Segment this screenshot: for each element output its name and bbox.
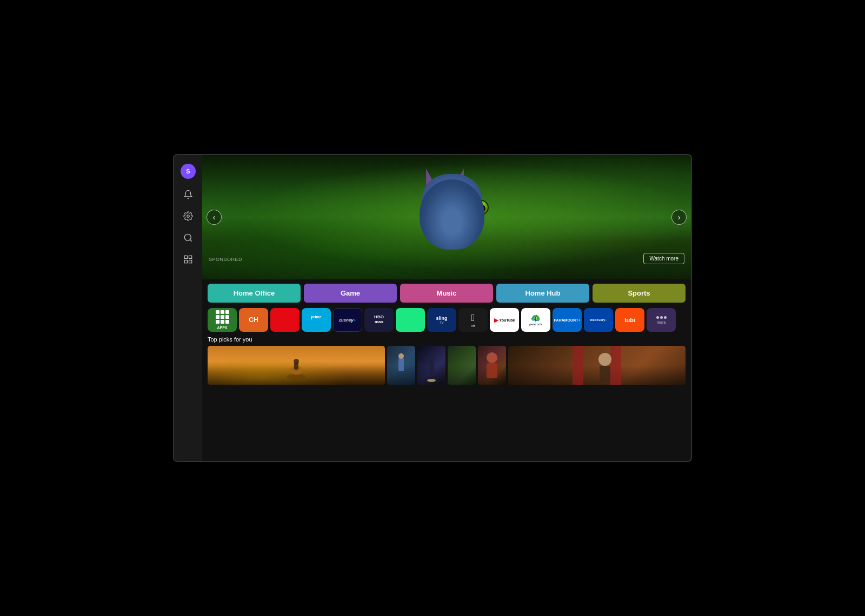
svg-rect-11 [398, 358, 404, 371]
app-netflix[interactable]: N [270, 308, 300, 332]
svg-rect-6 [189, 260, 192, 263]
app-disney-plus[interactable]: Disney+ [333, 308, 362, 332]
picks-row [208, 346, 686, 385]
app-paramount-plus[interactable]: PARAMOUNT+ [553, 308, 582, 332]
app-more[interactable]: more [647, 308, 676, 332]
grid-icon [216, 310, 229, 324]
svg-rect-21 [600, 366, 610, 382]
apps-row: APPS CH N primevideo Disney+ HBOmax [202, 306, 691, 334]
svg-point-15 [427, 379, 436, 382]
app-youtube[interactable]: ▶ YouTube [490, 308, 519, 332]
app-ch[interactable]: CH [239, 308, 268, 332]
pick-item-6[interactable] [508, 346, 686, 385]
svg-point-20 [598, 353, 611, 366]
hero-prev-button[interactable]: ‹ [207, 210, 222, 225]
category-row: Home Office Game Music Home Hub Sports [202, 279, 691, 306]
top-picks-section: Top picks for you [202, 334, 691, 461]
svg-rect-18 [573, 346, 583, 385]
notifications-icon[interactable] [182, 189, 194, 200]
svg-point-0 [187, 215, 190, 218]
dark-figure-svg [423, 352, 440, 382]
category-music[interactable]: Music [400, 284, 493, 303]
sponsored-label: SPONSORED [209, 257, 242, 262]
pick-item-1[interactable] [208, 346, 385, 385]
app-tubi[interactable]: tubi [615, 308, 644, 332]
app-sling[interactable]: sling TV [427, 308, 456, 332]
watch-more-button[interactable]: Watch more [643, 253, 684, 264]
svg-rect-3 [184, 256, 187, 258]
svg-point-16 [487, 352, 497, 363]
app-hulu[interactable]: hulu [396, 308, 425, 332]
app-hbo-max[interactable]: HBOmax [364, 308, 394, 332]
app-label: APPS [217, 326, 227, 330]
app-apple-tv[interactable]:  TV [458, 308, 488, 332]
svg-rect-5 [184, 260, 187, 263]
app-prime-video[interactable]: primevideo [302, 308, 331, 332]
hero-image [398, 163, 506, 271]
pick-item-4[interactable] [448, 346, 476, 385]
app-peacock[interactable]: 🦚 peacock [521, 308, 550, 332]
svg-point-1 [184, 234, 191, 240]
hero-next-button[interactable]: › [671, 210, 687, 225]
svg-point-10 [294, 359, 299, 364]
tv-screen: S [173, 154, 692, 462]
sidebar: S [174, 155, 202, 461]
app-discovery-plus[interactable]: discovery+ [584, 308, 613, 332]
pick-item-5[interactable] [478, 346, 506, 385]
category-home-hub[interactable]: Home Hub [496, 284, 589, 303]
category-home-office[interactable]: Home Office [208, 284, 301, 303]
svg-rect-4 [189, 256, 192, 258]
dragon-body [420, 179, 484, 250]
search-icon[interactable] [182, 232, 194, 244]
svg-line-2 [190, 239, 191, 241]
user-avatar[interactable]: S [181, 164, 196, 179]
desert-scene-svg [280, 358, 312, 379]
svg-point-14 [428, 354, 435, 361]
svg-point-12 [398, 353, 404, 359]
svg-rect-13 [429, 360, 434, 377]
top-picks-title: Top picks for you [208, 336, 686, 343]
svg-rect-17 [487, 363, 497, 378]
svg-rect-19 [610, 346, 621, 385]
category-game[interactable]: Game [304, 284, 397, 303]
settings-icon[interactable] [182, 210, 194, 222]
guide-icon[interactable] [182, 253, 194, 265]
pick-item-3[interactable] [417, 346, 445, 385]
curtain-svg [508, 346, 686, 385]
category-sports[interactable]: Sports [593, 284, 686, 303]
pick-item-2[interactable] [387, 346, 415, 385]
main-content: ‹ › SPONSORED Watch more Home Office Gam… [202, 155, 691, 461]
red-figure-svg [478, 346, 506, 385]
app-all-apps[interactable]: APPS [208, 308, 237, 332]
figure-svg [393, 353, 409, 380]
hero-banner: ‹ › SPONSORED Watch more [202, 155, 691, 279]
